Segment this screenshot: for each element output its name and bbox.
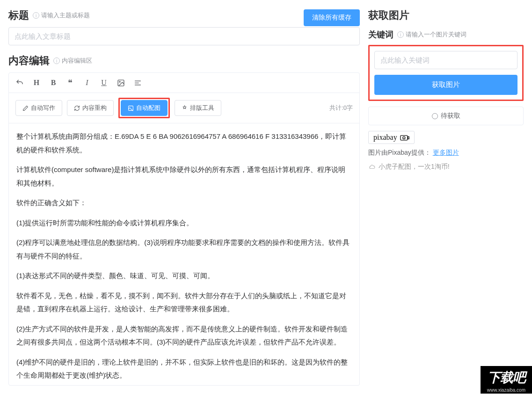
- layout-tool-label: 排版工具: [190, 104, 214, 112]
- fetch-image-button[interactable]: 获取图片: [374, 75, 517, 95]
- credit-prefix: 图片由Pixabay提供：: [368, 149, 431, 156]
- keyword-hint: i 请输入一个图片关键词: [397, 30, 466, 39]
- keyword-highlight-box: 获取图片: [368, 45, 524, 101]
- auto-write-button[interactable]: 自动写作: [15, 100, 62, 116]
- keyword-label: 关键词: [368, 29, 394, 40]
- pixabay-text: pixabay: [373, 133, 397, 142]
- underline-icon[interactable]: U: [100, 79, 108, 87]
- article-title-input[interactable]: [8, 27, 360, 45]
- paragraph: 计算机软件(computer software)是指计算机系统中除硬件以外的所有…: [16, 163, 352, 190]
- italic-icon[interactable]: I: [83, 79, 91, 87]
- auto-image-highlight: 自动配图: [118, 98, 170, 118]
- paragraph: (1)表达形式不同的硬件类型、颜色、味道、可见、可摸、可闻。: [16, 269, 352, 283]
- paragraph: 软件的正确含义如下：: [16, 196, 352, 210]
- title-heading: 标题: [8, 8, 29, 22]
- pending-label: 待获取: [441, 112, 460, 120]
- svg-rect-8: [408, 136, 409, 139]
- word-count: 共计:0字: [329, 104, 353, 112]
- editor-hint: i 内容编辑区: [53, 57, 92, 65]
- editor-card: H B ❝ I U 自动写作 内容重构: [8, 72, 360, 386]
- fetch-image-heading: 获取图片: [368, 8, 409, 22]
- info-icon: i: [33, 12, 39, 19]
- pixabay-badge: pixabay: [368, 131, 415, 144]
- paragraph: (2)程序可以满意地处理信息的数据结构。(3)说明程序功能要求和程序需要的文档的…: [16, 236, 352, 263]
- bold-icon[interactable]: B: [49, 79, 58, 87]
- layout-tool-button[interactable]: 排版工具: [175, 100, 221, 116]
- heading-icon[interactable]: H: [32, 79, 41, 87]
- footer-note-text: 小虎子配图，一次1淘币!: [379, 163, 450, 171]
- cloud-icon: [368, 164, 376, 170]
- keyword-hint-text: 请输入一个图片关键词: [406, 30, 466, 39]
- paragraph: (2)生产方式不同的软件是开发，是人类智能的高发挥，而不是传统意义上的硬件制造。…: [16, 323, 352, 349]
- watermark-url: www.xiazaiba.com: [487, 388, 525, 393]
- align-left-icon[interactable]: [133, 79, 142, 87]
- footer-note: 小虎子配图，一次1淘币!: [368, 163, 524, 171]
- auto-image-button[interactable]: 自动配图: [121, 100, 168, 116]
- info-icon: i: [53, 57, 60, 64]
- pending-card[interactable]: 待获取: [368, 107, 524, 125]
- keyword-input[interactable]: [374, 51, 517, 69]
- title-hint: i 请输入主题或标题: [33, 11, 90, 20]
- undo-icon[interactable]: [15, 79, 24, 87]
- editor-content[interactable]: 整个计算机系统由两部分组成：E.69DA 5 E 6 BA 9062616964…: [9, 123, 359, 385]
- editor-heading: 内容编辑: [8, 54, 50, 68]
- paragraph: (1)提供运行时所需功能和性能的命令或计算机程序集合。: [16, 216, 352, 230]
- title-hint-text: 请输入主题或标题: [41, 11, 90, 20]
- format-toolbar: H B ❝ I U: [9, 73, 359, 93]
- more-images-link[interactable]: 更多图片: [433, 149, 459, 156]
- watermark-text: 下载吧: [488, 370, 525, 385]
- watermark-logo: 下载吧 www.xiazaiba.com: [481, 366, 532, 394]
- svg-point-1: [119, 81, 120, 82]
- action-toolbar: 自动写作 内容重构 自动配图 排版工具 共计:0字: [9, 93, 359, 123]
- restructure-button[interactable]: 内容重构: [67, 100, 114, 116]
- restructure-label: 内容重构: [82, 104, 107, 112]
- circle-icon: [432, 113, 438, 119]
- paragraph: 整个计算机系统由两部分组成：E.69DA 5 E 6 BA 9062616964…: [16, 130, 352, 157]
- svg-rect-6: [400, 136, 407, 140]
- quote-icon[interactable]: ❝: [66, 78, 74, 88]
- image-icon[interactable]: [117, 79, 125, 87]
- svg-point-7: [402, 136, 405, 139]
- auto-image-label: 自动配图: [136, 104, 160, 112]
- credit-line: 图片由Pixabay提供： 更多图片: [368, 149, 524, 157]
- camera-icon: [400, 134, 409, 141]
- paragraph: 软件看不见，无色，枯燥，看不见，摸不到，闻不到。软件大部分存在于人们的头脑或纸上…: [16, 289, 352, 316]
- auto-write-label: 自动写作: [31, 104, 55, 112]
- paragraph: (4)维护不同的硬件是旧的，理论上软件是旧的，并不坏，但实际上软件也是旧的和坏的…: [16, 356, 352, 382]
- editor-hint-text: 内容编辑区: [62, 57, 92, 65]
- clear-cache-button[interactable]: 清除所有缓存: [304, 9, 360, 26]
- info-icon: i: [397, 31, 404, 38]
